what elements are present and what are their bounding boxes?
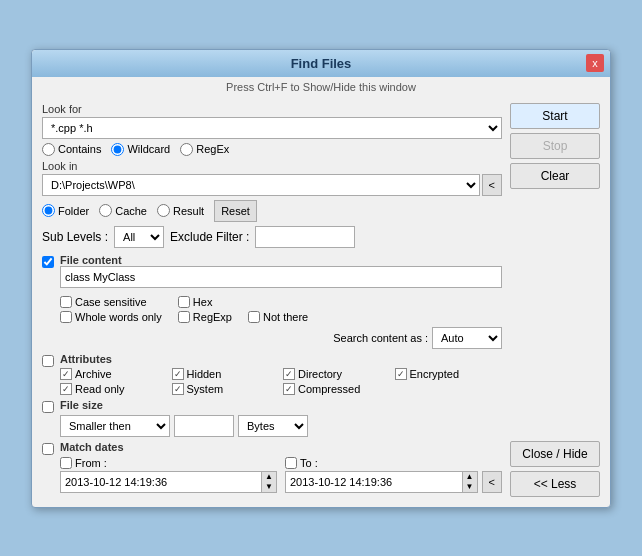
match-dates-checkbox[interactable]: [42, 443, 54, 455]
date-from-down[interactable]: ▼: [262, 482, 276, 492]
sub-levels-row: Sub Levels : All Exclude Filter :: [42, 226, 502, 248]
search-as-row: Search content as : Auto Text Binary: [60, 327, 502, 349]
attr-encrypted[interactable]: Encrypted: [395, 368, 503, 380]
attributes-section: Attributes Archive Hidden Directory: [42, 353, 502, 395]
left-panel: Look for *.cpp *.h Contains Wildcard: [42, 103, 502, 497]
date-to-spinner: ▲ ▼: [463, 471, 478, 493]
radio-folder[interactable]: Folder: [42, 204, 89, 217]
title-bar: Find Files x: [32, 50, 610, 77]
size-value-input[interactable]: [174, 415, 234, 437]
regexp-check[interactable]: RegExp: [178, 311, 232, 323]
attr-readonly[interactable]: Read only: [60, 383, 168, 395]
browse-button[interactable]: <: [482, 174, 502, 196]
radio-regex[interactable]: RegEx: [180, 143, 229, 156]
radio-cache[interactable]: Cache: [99, 204, 147, 217]
attr-hidden-icon: [172, 368, 184, 380]
file-content-title: File content: [60, 254, 502, 266]
search-as-label: Search content as :: [333, 332, 428, 344]
file-size-title: File size: [60, 399, 502, 411]
date-from-label: From :: [60, 457, 277, 469]
date-to-down[interactable]: ▼: [463, 482, 477, 492]
size-condition-select[interactable]: Smaller then Larger then Equal to: [60, 415, 170, 437]
attr-encrypted-icon: [395, 368, 407, 380]
window-title: Find Files: [291, 56, 352, 71]
date-from-col: From : ▲ ▼: [60, 457, 277, 493]
match-dates-inner: Match dates From :: [60, 441, 502, 493]
search-type-row: Contains Wildcard RegEx: [42, 143, 502, 156]
start-button[interactable]: Start: [510, 103, 600, 129]
look-for-row: *.cpp *.h: [42, 117, 502, 139]
radio-contains[interactable]: Contains: [42, 143, 101, 156]
exclude-filter-label: Exclude Filter :: [170, 230, 249, 244]
file-size-inner: File size Smaller then Larger then Equal…: [60, 399, 502, 437]
file-content-inner: File content Case sensitive Wh: [60, 254, 502, 349]
look-for-select[interactable]: *.cpp *.h: [42, 117, 502, 139]
look-in-row: D:\Projects\WP8\ <: [42, 174, 502, 196]
attr-archive-icon: [60, 368, 72, 380]
attributes-inner: Attributes Archive Hidden Directory: [60, 353, 502, 395]
radio-wildcard[interactable]: Wildcard: [111, 143, 170, 156]
attr-system-icon: [172, 383, 184, 395]
attr-readonly-icon: [60, 383, 72, 395]
attributes-title: Attributes: [60, 353, 502, 365]
find-files-window: Find Files x Press Ctrl+F to Show/Hide t…: [31, 49, 611, 508]
close-button[interactable]: x: [586, 54, 604, 72]
match-dates-title: Match dates: [60, 441, 502, 453]
attr-system[interactable]: System: [172, 383, 280, 395]
search-as-select[interactable]: Auto Text Binary: [432, 327, 502, 349]
not-there-check[interactable]: Not there: [248, 311, 308, 323]
date-from-up[interactable]: ▲: [262, 472, 276, 482]
case-sensitive-check[interactable]: Case sensitive: [60, 296, 162, 308]
look-in-type-row: Folder Cache Result Reset: [42, 200, 502, 222]
hex-check[interactable]: Hex: [178, 296, 232, 308]
date-from-input[interactable]: [60, 471, 262, 493]
date-to-checkbox[interactable]: [285, 457, 297, 469]
date-to-col: To : ▲ ▼ <: [285, 457, 502, 493]
attr-directory-icon: [283, 368, 295, 380]
file-content-input-row: [60, 266, 502, 292]
file-size-checkbox[interactable]: [42, 401, 54, 413]
date-to-up[interactable]: ▲: [463, 472, 477, 482]
date-to-label: To :: [285, 457, 502, 469]
attr-archive[interactable]: Archive: [60, 368, 168, 380]
match-dates-section: Match dates From :: [42, 441, 502, 493]
file-size-section: File size Smaller then Larger then Equal…: [42, 399, 502, 437]
clear-button[interactable]: Clear: [510, 163, 600, 189]
reset-button[interactable]: Reset: [214, 200, 257, 222]
window-subtitle: Press Ctrl+F to Show/Hide this window: [32, 77, 610, 97]
radio-result[interactable]: Result: [157, 204, 204, 217]
file-content-section: File content Case sensitive Wh: [42, 254, 502, 349]
attr-directory[interactable]: Directory: [283, 368, 391, 380]
main-content: Look for *.cpp *.h Contains Wildcard: [32, 97, 610, 507]
whole-words-check[interactable]: Whole words only: [60, 311, 162, 323]
attr-hidden[interactable]: Hidden: [172, 368, 280, 380]
size-row: Smaller then Larger then Equal to Bytes …: [60, 415, 502, 437]
look-for-label: Look for: [42, 103, 502, 115]
close-hide-button[interactable]: Close / Hide: [510, 441, 600, 467]
exclude-filter-input[interactable]: [255, 226, 355, 248]
date-from-spinner: ▲ ▼: [262, 471, 277, 493]
attr-compressed[interactable]: Compressed: [283, 383, 391, 395]
less-button[interactable]: << Less: [510, 471, 600, 497]
date-range-row: From : ▲ ▼: [60, 457, 502, 493]
right-panel: Start Stop Clear Close / Hide << Less: [510, 103, 600, 497]
look-in-select[interactable]: D:\Projects\WP8\: [42, 174, 480, 196]
file-content-checkbox[interactable]: [42, 256, 54, 268]
attr-compressed-icon: [283, 383, 295, 395]
file-content-input[interactable]: [60, 266, 502, 288]
sub-levels-select[interactable]: All: [114, 226, 164, 248]
date-less-btn[interactable]: <: [482, 471, 502, 493]
date-from-checkbox[interactable]: [60, 457, 72, 469]
size-unit-select[interactable]: Bytes KB MB GB: [238, 415, 308, 437]
attributes-checkbox[interactable]: [42, 355, 54, 367]
date-from-input-row: ▲ ▼: [60, 471, 277, 493]
date-to-input[interactable]: [285, 471, 463, 493]
stop-button[interactable]: Stop: [510, 133, 600, 159]
sub-levels-label: Sub Levels :: [42, 230, 108, 244]
look-in-label: Look in: [42, 160, 502, 172]
date-to-input-row: ▲ ▼ <: [285, 471, 502, 493]
